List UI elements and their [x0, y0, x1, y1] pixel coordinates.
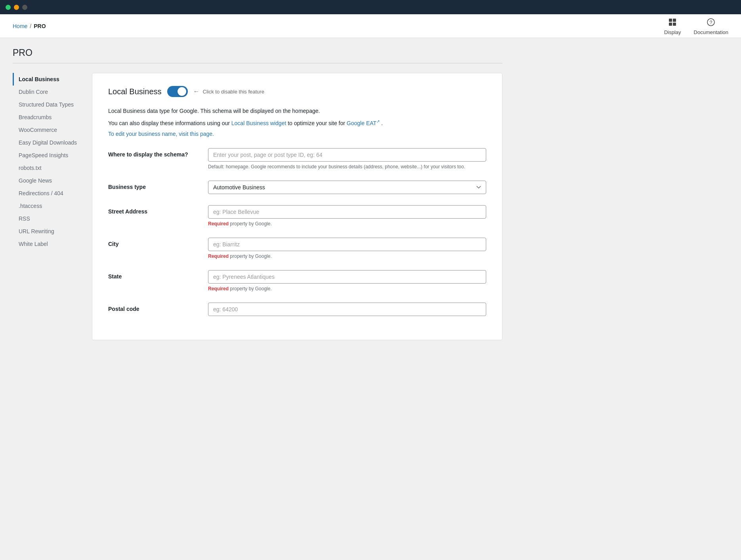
breadcrumb-home-link[interactable]: Home: [13, 23, 27, 29]
street-address-hint: Required property by Google.: [208, 221, 486, 227]
form-field-where-to-display: Default: homepage. Google recommends to …: [208, 148, 486, 170]
section-description-line2: You can also display these informations …: [108, 118, 486, 128]
edit-business-name-link[interactable]: To edit your business name, visit this p…: [108, 131, 214, 137]
form-row-city: City Required property by Google.: [108, 238, 486, 259]
form-label-postal-code: Postal code: [108, 303, 195, 312]
sidebar-item-dublin-core[interactable]: Dublin Core: [13, 86, 84, 98]
form-row-business-type: Business type Automotive Business LocalB…: [108, 181, 486, 194]
desc-mid: to optimize your site for: [286, 120, 347, 126]
main-layout: Local Business Dublin Core Structured Da…: [13, 73, 502, 340]
desc-pre: You can also display these informations …: [108, 120, 231, 126]
state-input[interactable]: [208, 270, 486, 284]
sidebar: Local Business Dublin Core Structured Da…: [13, 73, 84, 340]
sidebar-item-easy-digital-downloads[interactable]: Easy Digital Downloads: [13, 136, 84, 149]
sidebar-item-pagespeed-insights[interactable]: PageSpeed Insights: [13, 149, 84, 162]
form-field-postal-code: [208, 303, 486, 316]
form-label-state: State: [108, 270, 195, 280]
svg-text:?: ?: [710, 20, 712, 25]
where-to-display-hint: Default: homepage. Google recommends to …: [208, 164, 486, 170]
toggle-thumb: [178, 87, 186, 96]
traffic-light-yellow[interactable]: [14, 5, 19, 10]
toggle-track: [167, 86, 188, 97]
city-hint: Required property by Google.: [208, 253, 486, 259]
page-wrapper: PRO Local Business Dublin Core Structure…: [0, 38, 515, 350]
form-row-postal-code: Postal code: [108, 303, 486, 316]
sidebar-item-url-rewriting[interactable]: URL Rewriting: [13, 225, 84, 238]
svg-rect-0: [669, 19, 672, 22]
form-field-city: Required property by Google.: [208, 238, 486, 259]
sidebar-item-structured-data[interactable]: Structured Data Types: [13, 98, 84, 111]
sidebar-item-rss[interactable]: RSS: [13, 212, 84, 225]
form-field-state: Required property by Google.: [208, 270, 486, 291]
city-input[interactable]: [208, 238, 486, 251]
sidebar-item-redirections-404[interactable]: Redirections / 404: [13, 187, 84, 200]
state-required: Required: [208, 286, 229, 291]
question-icon: ?: [705, 17, 717, 28]
section-description-line1: Local Business data type for Google. Thi…: [108, 107, 486, 115]
breadcrumb-current: PRO: [34, 23, 46, 29]
nav-display-button[interactable]: Display: [664, 17, 681, 35]
form-row-state: State Required property by Google.: [108, 270, 486, 291]
sidebar-item-htaccess[interactable]: .htaccess: [13, 200, 84, 212]
toggle-hint: ← Click to disable this feature: [193, 88, 264, 95]
street-address-input[interactable]: [208, 205, 486, 219]
state-hint: Required property by Google.: [208, 286, 486, 291]
sidebar-item-robots-txt[interactable]: robots.txt: [13, 162, 84, 174]
section-header: Local Business ← Click to disable this f…: [108, 86, 486, 97]
form-row-street-address: Street Address Required property by Goog…: [108, 205, 486, 227]
form-field-business-type: Automotive Business LocalBusiness Animal…: [208, 181, 486, 194]
city-required: Required: [208, 253, 229, 259]
svg-rect-1: [673, 19, 676, 22]
desc-post: .: [380, 120, 383, 126]
svg-rect-2: [669, 23, 672, 26]
sidebar-item-white-label[interactable]: White Label: [13, 238, 84, 250]
page-title: PRO: [13, 48, 502, 63]
form-label-business-type: Business type: [108, 181, 195, 190]
traffic-light-red[interactable]: [6, 5, 11, 10]
sidebar-item-local-business[interactable]: Local Business: [13, 73, 84, 86]
business-type-select[interactable]: Automotive Business LocalBusiness Animal…: [208, 181, 486, 194]
form-field-street-address: Required property by Google.: [208, 205, 486, 227]
local-business-widget-link[interactable]: Local Business widget: [231, 120, 286, 126]
where-to-display-input[interactable]: [208, 148, 486, 162]
traffic-light-green[interactable]: [22, 5, 27, 10]
street-address-required: Required: [208, 221, 229, 227]
sidebar-item-woocommerce[interactable]: WooCommerce: [13, 124, 84, 136]
content-area: Local Business ← Click to disable this f…: [92, 73, 502, 340]
breadcrumb-separator: /: [30, 23, 31, 29]
nav-actions: Display ? Documentation: [664, 17, 728, 35]
nav-documentation-button[interactable]: ? Documentation: [694, 17, 728, 35]
section-title: Local Business: [108, 87, 162, 96]
toggle-hint-text: Click to disable this feature: [203, 89, 264, 95]
grid-icon: [666, 17, 679, 28]
form-label-street-address: Street Address: [108, 205, 195, 215]
top-nav: Home / PRO Display ? Documenta: [0, 14, 741, 38]
form-label-city: City: [108, 238, 195, 247]
breadcrumb: Home / PRO: [13, 23, 46, 29]
form-row-where-to-display: Where to display the schema? Default: ho…: [108, 148, 486, 170]
display-label: Display: [664, 29, 681, 35]
arrow-icon: ←: [193, 88, 200, 95]
ext-link-icon: ↗: [376, 119, 380, 124]
sidebar-item-breadcrumbs[interactable]: Breadcrumbs: [13, 111, 84, 124]
google-eat-link[interactable]: Google EAT↗: [347, 120, 380, 126]
svg-rect-3: [673, 23, 676, 26]
feature-toggle[interactable]: [167, 86, 188, 97]
documentation-label: Documentation: [694, 29, 728, 35]
postal-code-input[interactable]: [208, 303, 486, 316]
title-bar: [0, 0, 741, 14]
sidebar-item-google-news[interactable]: Google News: [13, 174, 84, 187]
form-label-where-to-display: Where to display the schema?: [108, 148, 195, 158]
